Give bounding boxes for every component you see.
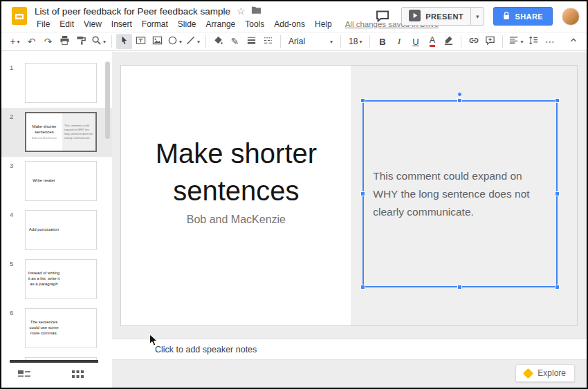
thumbnail-title: The sentences could use some more commas… bbox=[27, 320, 61, 336]
toolbar-divider bbox=[369, 35, 370, 48]
print-button[interactable] bbox=[57, 34, 73, 49]
slide-thumbnail-4[interactable]: 4 Add punctuation bbox=[1, 206, 112, 255]
thumbnail-subtitle: Bob and MacKenzie bbox=[32, 136, 57, 140]
document-title[interactable]: List of peer feedback for Peer feedback … bbox=[35, 6, 230, 17]
menu-addons[interactable]: Add-ons bbox=[269, 18, 310, 30]
menu-edit[interactable]: Edit bbox=[55, 18, 79, 30]
menu-tools[interactable]: Tools bbox=[240, 18, 269, 30]
undo-button[interactable]: ↶ bbox=[24, 34, 39, 49]
star-icon[interactable]: ☆ bbox=[237, 6, 246, 16]
more-options-button[interactable]: ⋯ bbox=[542, 34, 558, 49]
font-size-select[interactable]: 18▾ bbox=[345, 34, 365, 49]
slide-subtitle[interactable]: Bob and MacKenzie bbox=[121, 214, 351, 226]
align-button[interactable]: ▾ bbox=[507, 34, 524, 49]
text-box-button[interactable] bbox=[133, 34, 149, 49]
chevron-down-icon: ▾ bbox=[179, 39, 182, 45]
text-box-content[interactable]: This comment could expand on WHY the lon… bbox=[373, 167, 547, 220]
text-color-button[interactable]: A bbox=[424, 34, 440, 49]
insert-link-button[interactable] bbox=[466, 34, 481, 49]
menu-help[interactable]: Help bbox=[310, 18, 337, 30]
cursor-arrow-icon bbox=[120, 35, 129, 48]
select-tool-button[interactable] bbox=[116, 34, 132, 49]
resize-handle-top-left[interactable] bbox=[360, 98, 365, 103]
filmstrip-scroll-area[interactable]: 1 2 Make shorter sentences Bob and MacKe… bbox=[1, 52, 112, 363]
font-family-value: Arial bbox=[288, 37, 305, 46]
paint-format-button[interactable] bbox=[73, 34, 89, 49]
present-label: PRESENT bbox=[425, 12, 463, 21]
insert-line-button[interactable]: ▾ bbox=[184, 34, 201, 49]
resize-handle-left[interactable] bbox=[360, 191, 365, 196]
slide-thumbnail-2[interactable]: 2 Make shorter sentences Bob and MacKenz… bbox=[1, 108, 112, 157]
slides-logo-icon[interactable] bbox=[10, 6, 28, 26]
folder-icon[interactable] bbox=[251, 5, 261, 17]
present-options-button[interactable]: ▾ bbox=[470, 8, 484, 25]
grid-view-button[interactable] bbox=[72, 369, 84, 381]
selected-text-box[interactable]: This comment could expand on WHY the lon… bbox=[362, 100, 558, 287]
toolbar-divider bbox=[502, 35, 503, 48]
slide-canvas[interactable]: Make shorter sentences Bob and MacKenzie… bbox=[120, 65, 578, 326]
resize-handle-top-right[interactable] bbox=[555, 98, 560, 103]
bold-icon: B bbox=[379, 37, 385, 47]
speaker-notes-placeholder: Click to add speaker notes bbox=[155, 345, 257, 354]
border-color-button[interactable]: ✎ bbox=[227, 34, 243, 49]
image-icon bbox=[152, 35, 163, 48]
comment-history-button[interactable] bbox=[373, 8, 392, 26]
menu-slide[interactable]: Slide bbox=[173, 18, 201, 30]
font-family-select[interactable]: Arial▾ bbox=[285, 34, 336, 49]
resize-handle-bottom-right[interactable] bbox=[555, 285, 560, 290]
explore-label: Explore bbox=[538, 368, 566, 378]
resize-handle-right[interactable] bbox=[555, 191, 560, 196]
account-avatar[interactable] bbox=[562, 8, 580, 26]
comment-plus-icon bbox=[485, 35, 495, 48]
italic-button[interactable]: I bbox=[391, 34, 407, 49]
resize-handle-bottom-left[interactable] bbox=[360, 285, 365, 290]
underline-button[interactable]: U bbox=[407, 34, 423, 49]
share-label: SHARE bbox=[515, 12, 543, 21]
underline-icon: U bbox=[412, 37, 419, 47]
menu-view[interactable]: View bbox=[79, 18, 107, 30]
slide-number: 2 bbox=[10, 112, 25, 153]
redo-button[interactable]: ↷ bbox=[40, 34, 56, 49]
line-spacing-button[interactable] bbox=[525, 34, 541, 49]
slide-thumbnail-1[interactable]: 1 bbox=[1, 59, 112, 108]
filmstrip-view-button[interactable] bbox=[18, 369, 30, 381]
chat-bubble-icon bbox=[376, 10, 389, 23]
menu-format[interactable]: Format bbox=[137, 18, 173, 30]
chevron-down-icon: ▾ bbox=[359, 39, 362, 45]
insert-shape-button[interactable]: ▾ bbox=[166, 34, 183, 49]
view-switcher bbox=[1, 363, 112, 388]
toolbar-divider bbox=[205, 35, 206, 48]
filmstrip-scrollbar[interactable] bbox=[105, 61, 110, 139]
chevron-down-icon: ▾ bbox=[197, 39, 200, 45]
resize-handle-bottom[interactable] bbox=[457, 285, 462, 290]
highlighter-icon bbox=[443, 35, 454, 48]
slide-number: 4 bbox=[10, 210, 25, 251]
slide-title[interactable]: Make shorter sentences bbox=[121, 135, 351, 209]
resize-handle-top[interactable] bbox=[457, 98, 462, 103]
insert-comment-button[interactable] bbox=[482, 34, 498, 49]
slide-thumbnail-6[interactable]: 6 The sentences could use some more comm… bbox=[1, 304, 112, 353]
chevron-down-icon: ▾ bbox=[330, 39, 333, 45]
insert-image-button[interactable] bbox=[149, 34, 165, 49]
border-weight-button[interactable] bbox=[244, 34, 259, 49]
menu-insert[interactable]: Insert bbox=[107, 18, 137, 30]
present-button[interactable]: PRESENT ▾ bbox=[401, 7, 484, 26]
shape-circle-icon bbox=[167, 35, 178, 48]
slide-thumbnail-3[interactable]: 3 Write neater bbox=[1, 157, 112, 206]
play-icon bbox=[409, 10, 421, 23]
magnifier-icon bbox=[91, 35, 102, 48]
border-dash-button[interactable] bbox=[260, 34, 276, 49]
bold-button[interactable]: B bbox=[374, 34, 390, 49]
menu-arrange[interactable]: Arrange bbox=[201, 18, 241, 30]
speaker-notes[interactable]: Click to add speaker notes bbox=[112, 339, 587, 360]
explore-button[interactable]: Explore bbox=[515, 364, 575, 382]
hide-menus-button[interactable] bbox=[565, 34, 581, 49]
highlight-color-button[interactable] bbox=[441, 34, 457, 49]
menu-file[interactable]: File bbox=[32, 18, 55, 30]
new-slide-button[interactable]: +▾ bbox=[7, 34, 23, 49]
slide-thumbnail-5[interactable]: 5 Instead of writing it as a list, write… bbox=[1, 255, 112, 304]
fill-color-button[interactable] bbox=[210, 34, 226, 49]
zoom-button[interactable]: ▾ bbox=[90, 34, 107, 49]
text-box-icon bbox=[136, 35, 146, 48]
share-button[interactable]: SHARE bbox=[493, 7, 553, 26]
